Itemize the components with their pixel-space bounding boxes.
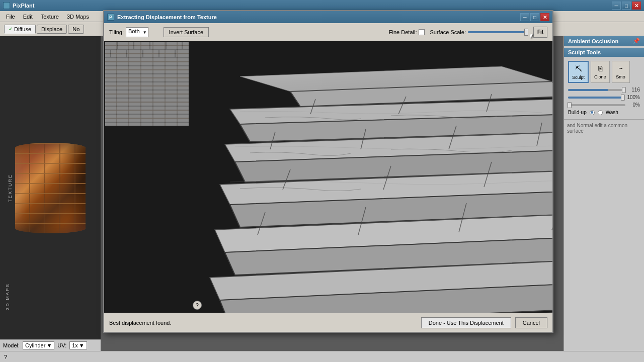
model-label: Model: xyxy=(3,342,20,348)
svg-rect-17 xyxy=(126,50,127,58)
cancel-button[interactable]: Cancel xyxy=(515,317,547,328)
ambient-occlusion-title: Ambient Occlusion xyxy=(568,38,618,44)
build-up-radio[interactable] xyxy=(590,110,595,115)
wash-label: Wash xyxy=(606,110,618,115)
menu-file[interactable]: File xyxy=(2,13,19,21)
done-button[interactable]: Done - Use This Displacement xyxy=(421,317,511,328)
uv-select[interactable]: 1x ▼ xyxy=(69,341,87,349)
dialog-maximize-button[interactable]: □ xyxy=(530,13,539,21)
slider3-row: 0% xyxy=(568,102,640,108)
menu-edit[interactable]: Edit xyxy=(19,13,37,21)
clone-button[interactable]: ⎘ Clone xyxy=(591,61,610,83)
ambient-occlusion-pin: 📌 xyxy=(633,38,640,44)
main-3d-view[interactable]: ? xyxy=(190,41,552,313)
tab-diffuse-check: ✓ xyxy=(9,26,13,32)
right-panel-footer: and Normal edit a common surface xyxy=(564,119,644,351)
fine-detail-group: Fine Detail: xyxy=(389,29,425,35)
invert-surface-button[interactable]: Invert Surface xyxy=(164,27,209,37)
dialog-close-button[interactable]: ✕ xyxy=(540,13,549,21)
dialog-icon: P xyxy=(107,14,114,21)
bottom-controls: Model: Cylinder ▼ UV: 1x ▼ xyxy=(0,339,101,351)
slider2-fill xyxy=(568,97,625,99)
slider1-thumb[interactable] xyxy=(622,87,626,93)
slider2-row: 100% xyxy=(568,95,640,100)
displacement-surface-svg xyxy=(190,41,552,313)
svg-rect-3 xyxy=(105,65,189,66)
right-panel-footer-text: and Normal edit a common surface xyxy=(567,123,627,134)
dialog-minimize-button[interactable]: ─ xyxy=(520,13,529,21)
slider1-value: 116 xyxy=(627,87,640,93)
slider3-thumb[interactable] xyxy=(568,102,572,108)
app-maximize-button[interactable]: □ xyxy=(622,2,631,10)
dialog-titlebar: P Extracting Displacement from Texture ─… xyxy=(104,11,552,23)
svg-rect-14 xyxy=(166,42,167,50)
slider1-fill xyxy=(568,89,608,91)
slider3-track[interactable] xyxy=(568,104,625,106)
svg-rect-2 xyxy=(105,57,189,58)
svg-rect-10 xyxy=(105,122,189,123)
tab-no[interactable]: No xyxy=(68,25,84,34)
surface-scale-label: Surface Scale: xyxy=(430,29,466,35)
svg-rect-13 xyxy=(149,42,150,50)
fit-button[interactable]: Fit xyxy=(533,27,547,38)
scale-slider-thumb[interactable] xyxy=(524,29,528,36)
dialog-extracting-displacement: P Extracting Displacement from Texture ─… xyxy=(103,10,553,333)
dialog-title: Extracting Displacement from Texture xyxy=(117,14,217,20)
sculpt-icons-group: ⛏ Sculpt ⎘ Clone ~ Smo xyxy=(568,61,640,83)
uv-value: 1x xyxy=(72,342,78,348)
tiling-dropdown-arrow: ▼ xyxy=(143,30,147,34)
slider2-track[interactable] xyxy=(568,97,625,99)
fine-detail-checkbox[interactable] xyxy=(419,29,425,35)
menu-texture[interactable]: Texture xyxy=(37,13,63,21)
app-title: PixPlant xyxy=(13,3,34,9)
fine-detail-label: Fine Detail: xyxy=(389,29,417,35)
brick-cylinder-preview xyxy=(15,143,86,233)
scale-slider-fill xyxy=(468,31,525,33)
app-titlebar: PixPlant ─ □ ✕ xyxy=(0,0,644,11)
status-text: Best displacement found. xyxy=(109,320,417,326)
sculpt-icon: ⛏ xyxy=(574,64,584,74)
menu-3dmaps[interactable]: 3D Maps xyxy=(63,13,93,21)
slider2-thumb[interactable] xyxy=(621,95,625,101)
build-up-label: Build-up xyxy=(568,110,587,115)
app-icon xyxy=(3,2,10,9)
svg-rect-20 xyxy=(175,50,176,58)
right-panel: Ambient Occlusion 📌 Sculpt Tools ⛏ Sculp… xyxy=(564,36,644,351)
help-icon: ? xyxy=(4,354,7,360)
svg-rect-11 xyxy=(117,42,118,50)
svg-rect-9 xyxy=(105,114,189,115)
surface-scale-group: Surface Scale: xyxy=(430,29,528,35)
uv-select-arrow: ▼ xyxy=(79,342,85,348)
surface-scale-slider[interactable] xyxy=(468,31,528,33)
tab-displace[interactable]: Displace xyxy=(37,25,67,34)
slider2-value: 100% xyxy=(627,95,640,100)
tab-diffuse[interactable]: ✓ Diffuse xyxy=(4,25,36,34)
model-select[interactable]: Cylinder ▼ xyxy=(23,341,54,349)
smooth-button[interactable]: ~ Smo xyxy=(612,61,630,83)
dialog-content: ? xyxy=(104,41,552,313)
app-minimize-button[interactable]: ─ xyxy=(612,2,621,10)
sculpt-button[interactable]: ⛏ Sculpt xyxy=(568,61,589,83)
svg-rect-6 xyxy=(105,89,189,90)
svg-rect-8 xyxy=(105,106,189,107)
sculpt-tools-title: Sculpt Tools xyxy=(568,49,601,55)
smooth-icon: ~ xyxy=(616,63,626,73)
help-button[interactable]: ? xyxy=(193,301,202,310)
svg-rect-5 xyxy=(105,81,189,82)
wash-radio[interactable] xyxy=(598,110,603,115)
svg-rect-18 xyxy=(142,50,143,58)
clone-icon: ⎘ xyxy=(595,63,605,73)
tiling-select[interactable]: Both ▼ xyxy=(126,27,148,37)
left-panel: TEXTURE 3D MAPS Model: Cylinder ▼ UV: 1x… xyxy=(0,36,101,351)
slider1-track[interactable] xyxy=(568,89,625,91)
svg-rect-0 xyxy=(105,42,189,126)
svg-rect-15 xyxy=(182,42,183,50)
app-close-button[interactable]: ✕ xyxy=(632,2,641,10)
3dmaps-side-label: 3D MAPS xyxy=(5,283,10,310)
tiling-group: Tiling: Both ▼ xyxy=(109,27,148,37)
dialog-toolbar: Tiling: Both ▼ Invert Surface Fine Detai… xyxy=(104,23,552,41)
tiling-label: Tiling: xyxy=(109,29,124,35)
thumbnail-grayscale[interactable] xyxy=(105,42,189,126)
brick-thumb-grayscale xyxy=(105,42,189,126)
smooth-label: Smo xyxy=(616,74,625,79)
